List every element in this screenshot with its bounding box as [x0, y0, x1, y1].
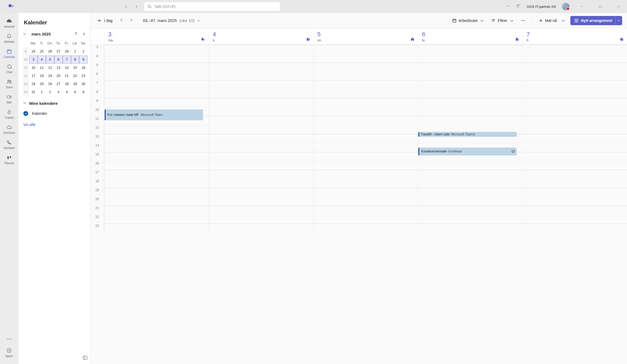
minical-day[interactable]: 21 — [63, 72, 71, 80]
calendar-cell[interactable] — [313, 206, 418, 214]
calendar-cell[interactable] — [313, 54, 418, 63]
calendar-cell[interactable] — [418, 161, 522, 170]
day-header[interactable]: 3ma. — [104, 28, 209, 44]
day-header[interactable]: 5on. — [313, 28, 418, 44]
calendar-cell[interactable] — [104, 179, 209, 188]
minical-day[interactable]: 26 — [46, 80, 54, 88]
calendar-cell[interactable] — [313, 116, 418, 125]
calendar-cell[interactable] — [418, 63, 522, 72]
calendar-cell[interactable] — [313, 107, 418, 116]
minical-collapse-icon[interactable] — [23, 32, 27, 36]
minical-day[interactable]: 20 — [54, 72, 63, 80]
calendar-cell[interactable] — [209, 116, 313, 125]
calendar-cell[interactable] — [313, 223, 418, 232]
minical-day[interactable]: 17 — [29, 72, 38, 80]
minical-day[interactable]: 28 — [63, 80, 71, 88]
calendar-cell[interactable] — [209, 80, 313, 89]
next-week-icon[interactable] — [129, 18, 133, 23]
minical-day[interactable]: 26 — [46, 47, 54, 56]
calendar-cell[interactable] — [104, 223, 209, 232]
calendar-cell[interactable] — [522, 54, 627, 63]
minical-day[interactable]: 15 — [71, 64, 79, 72]
rail-item-intranett[interactable]: Intranett — [0, 16, 18, 31]
calendar-cell[interactable] — [522, 98, 627, 107]
calendar-cell[interactable] — [104, 125, 209, 134]
calendar-cell[interactable] — [209, 223, 313, 232]
calendar-cell[interactable] — [209, 98, 313, 107]
calendar-cell[interactable] — [522, 197, 627, 206]
calendar-cell[interactable] — [522, 134, 627, 143]
calendar-cell[interactable] — [522, 80, 627, 89]
location-building-icon[interactable] — [306, 37, 310, 42]
calendar-cell[interactable] — [104, 89, 209, 98]
calendar-cell[interactable] — [209, 125, 313, 134]
view-dropdown[interactable]: Arbeidsuke — [450, 17, 486, 24]
calendar-cell[interactable] — [209, 197, 313, 206]
calendar-cell[interactable] — [209, 188, 313, 197]
calendar-cell[interactable] — [313, 89, 418, 98]
calendar-cell[interactable] — [313, 125, 418, 134]
minical-day[interactable]: 25 — [38, 47, 46, 56]
calendar-cell[interactable] — [522, 72, 627, 80]
calendar-event[interactable]: Fot i bakken møte MFMicrosoft Team — [105, 109, 203, 120]
calendar-cell[interactable] — [104, 45, 209, 54]
calendar-cell[interactable] — [418, 206, 522, 214]
minical-day[interactable]: 22 — [71, 72, 79, 80]
calendar-cell[interactable] — [209, 63, 313, 72]
location-building-icon[interactable] — [515, 37, 519, 42]
window-close-icon[interactable] — [612, 2, 625, 11]
panel-toggle-icon[interactable] — [83, 355, 88, 361]
rail-item-copilot[interactable]: Copilot — [0, 107, 18, 122]
calendar-cell[interactable] — [418, 116, 522, 125]
new-event-button[interactable]: Nytt arrangement — [570, 16, 616, 25]
window-maximize-icon[interactable] — [594, 2, 606, 11]
minical-day[interactable]: 30 — [79, 80, 88, 88]
minical-day[interactable]: 5 — [46, 56, 54, 64]
calendar-cell[interactable] — [313, 80, 418, 89]
calendar-cell[interactable] — [313, 179, 418, 188]
minical-day[interactable]: 3 — [29, 56, 38, 64]
calendar-cell[interactable] — [418, 188, 522, 197]
minical-day[interactable]: 18 — [38, 72, 46, 80]
calendar-event[interactable]: Facelift - intern sideMicrosoft Teams- — [418, 132, 517, 137]
minical-day[interactable]: 4 — [63, 88, 71, 96]
calendar-cell[interactable] — [104, 161, 209, 170]
calendar-cell[interactable] — [418, 54, 522, 63]
calendar-cell[interactable] — [209, 170, 313, 179]
minical-day[interactable]: 31 — [29, 88, 38, 96]
calendar-cell[interactable] — [522, 223, 627, 232]
calendar-cell[interactable] — [104, 197, 209, 206]
calendar-cell[interactable] — [104, 152, 209, 161]
calendar-cell[interactable] — [522, 116, 627, 125]
calendar-event[interactable]: KundesentermøteKonferan: — [418, 148, 517, 155]
new-event-split-icon[interactable] — [615, 16, 622, 25]
minical-day[interactable]: 27 — [54, 80, 63, 88]
calendar-cell[interactable] — [209, 107, 313, 116]
calendar-cell[interactable] — [522, 152, 627, 161]
calendar-cell[interactable] — [313, 63, 418, 72]
minical-day[interactable]: 1 — [38, 88, 46, 96]
calendar-cell[interactable] — [522, 188, 627, 197]
calendar-cell[interactable] — [209, 54, 313, 63]
minical-day[interactable]: 1 — [71, 47, 79, 56]
calendar-cell[interactable] — [418, 170, 522, 179]
calendar-list-item[interactable]: Kalender — [23, 109, 86, 120]
calendar-cell[interactable] — [104, 170, 209, 179]
calendar-cell[interactable] — [313, 134, 418, 143]
calendar-cell[interactable] — [418, 107, 522, 116]
minical-day[interactable]: 13 — [54, 64, 63, 72]
minical-day[interactable]: 27 — [54, 47, 63, 56]
meet-now-dropdown[interactable]: Møt nå — [536, 17, 568, 24]
calendar-cell[interactable] — [104, 134, 209, 143]
date-range-dropdown[interactable]: 03.–07. mars 2025 (uke 10) — [138, 18, 200, 23]
people-icon[interactable] — [516, 4, 521, 9]
location-building-icon[interactable] — [620, 37, 624, 42]
prev-week-icon[interactable] — [120, 18, 123, 23]
rail-item-planner[interactable]: Planner — [0, 152, 18, 167]
calendar-cell[interactable] — [522, 45, 627, 54]
calendar-cell[interactable] — [104, 214, 209, 223]
calendar-cell[interactable] — [522, 214, 627, 223]
calendar-cell[interactable] — [313, 98, 418, 107]
rail-item-aktivitet[interactable]: Aktivitet — [0, 31, 18, 46]
calendar-cell[interactable] — [104, 63, 209, 72]
